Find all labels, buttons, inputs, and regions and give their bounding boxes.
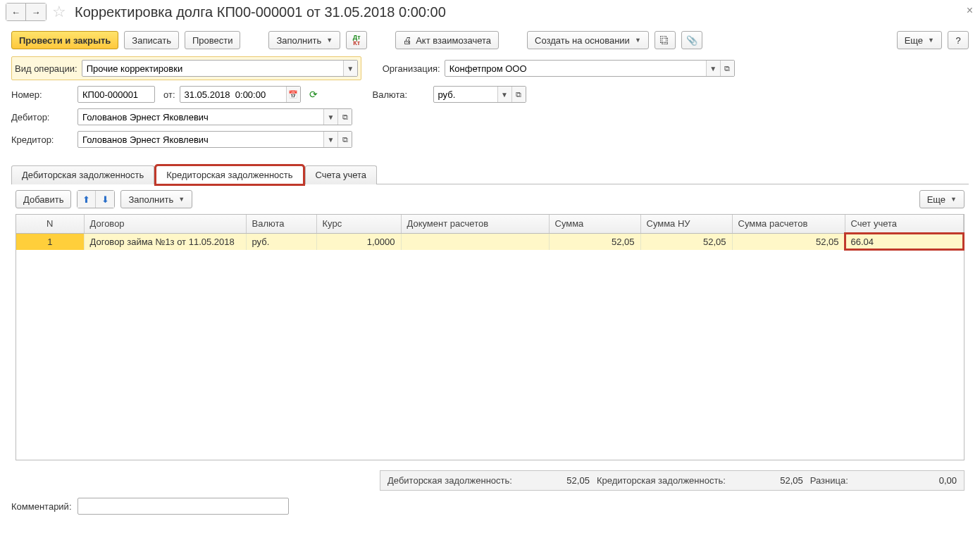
close-icon[interactable]: × [967, 4, 973, 17]
col-sum-nu[interactable]: Сумма НУ [640, 215, 732, 233]
summary-diff-value: 0,00 [914, 475, 957, 486]
structure-icon [660, 35, 669, 46]
print-offset-act-button[interactable]: Акт взаимозачета [395, 31, 499, 49]
cell-sum-calc[interactable]: 52,05 [732, 233, 845, 250]
comment-input[interactable] [77, 498, 289, 515]
grid-more-button[interactable]: Еще▼ [919, 190, 965, 208]
summary-bar: Дебиторская задолженность: 52,05 Кредито… [15, 470, 965, 491]
open-icon[interactable] [720, 61, 734, 76]
favorite-star-icon[interactable]: ☆ [52, 3, 66, 21]
nav-back-button[interactable]: ← [6, 4, 26, 20]
move-row-group: ⬆ ⬇ [77, 190, 115, 208]
chevron-down-icon[interactable]: ▼ [323, 132, 337, 147]
summary-box: Дебиторская задолженность: 52,05 Кредито… [380, 470, 965, 491]
help-button[interactable]: ? [948, 31, 969, 49]
currency-label: Валюта: [373, 89, 429, 100]
comment-row: Комментарий: [0, 491, 980, 522]
number-input[interactable] [78, 87, 154, 102]
number-label: Номер: [11, 89, 73, 100]
chevron-down-icon[interactable]: ▼ [343, 61, 357, 76]
cell-contract[interactable]: Договор займа №1з от 11.05.2018 [84, 233, 246, 250]
attachments-button[interactable] [681, 31, 702, 49]
currency-input[interactable] [434, 87, 497, 102]
open-icon[interactable] [337, 109, 352, 125]
date-label: от: [163, 89, 175, 100]
create-based-on-button[interactable]: Создать на основании▼ [527, 31, 649, 49]
open-icon[interactable] [511, 87, 526, 102]
organization-label: Организация: [383, 63, 440, 74]
debtor-combo[interactable]: ▼ [77, 108, 352, 125]
dtkt-button[interactable]: ДтКт [346, 31, 367, 49]
nav-forward-button[interactable]: → [26, 4, 46, 20]
move-up-button[interactable]: ⬆ [77, 191, 96, 208]
chevron-down-icon[interactable]: ▼ [497, 87, 511, 102]
cell-sum-nu[interactable]: 52,05 [640, 233, 732, 250]
operation-type-combo[interactable]: ▼ [82, 60, 358, 77]
table-row[interactable]: 1 Договор займа №1з от 11.05.2018 руб. 1… [16, 233, 964, 250]
window-header: ← → ☆ Корректировка долга КП00-000001 от… [0, 0, 980, 27]
print-icon [403, 35, 412, 46]
grid-toolbar: Добавить ⬆ ⬇ Заполнить▼ Еще▼ [0, 184, 980, 214]
creditor-combo[interactable]: ▼ [77, 131, 352, 148]
dtkt-icon: ДтКт [353, 34, 361, 46]
cell-currency[interactable]: руб. [246, 233, 316, 250]
save-button[interactable]: Записать [124, 31, 179, 49]
nav-buttons: ← → [6, 3, 46, 21]
operation-type-label: Вид операции: [15, 63, 77, 74]
form-area: Вид операции: ▼ Организация: ▼ Номер: от… [0, 54, 980, 161]
summary-debit-value: 52,05 [519, 475, 590, 486]
grid-header-row: N Договор Валюта Курс Документ расчетов … [16, 215, 964, 233]
col-currency[interactable]: Валюта [246, 215, 316, 233]
comment-label: Комментарий: [11, 501, 72, 512]
grid: N Договор Валюта Курс Документ расчетов … [15, 214, 965, 460]
chevron-down-icon[interactable]: ▼ [706, 61, 720, 76]
creditor-input[interactable] [78, 132, 323, 147]
cell-doc[interactable] [401, 233, 549, 250]
number-field[interactable] [77, 86, 155, 103]
summary-debit-label: Дебиторская задолженность: [387, 475, 512, 486]
col-n[interactable]: N [16, 215, 84, 233]
col-doc[interactable]: Документ расчетов [401, 215, 549, 233]
col-contract[interactable]: Договор [84, 215, 246, 233]
add-row-button[interactable]: Добавить [15, 190, 71, 208]
organization-input[interactable] [445, 61, 706, 76]
debtor-label: Дебитор: [11, 112, 73, 122]
open-icon[interactable] [337, 132, 352, 147]
calendar-icon[interactable] [286, 87, 300, 102]
paperclip-icon [686, 35, 697, 46]
post-button[interactable]: Провести [185, 31, 241, 49]
tab-debtor[interactable]: Дебиторская задолженность [11, 165, 154, 184]
col-sum-calc[interactable]: Сумма расчетов [732, 215, 845, 233]
date-field[interactable] [180, 86, 301, 103]
tab-creditor[interactable]: Кредиторская задолженность [156, 165, 303, 184]
post-and-close-button[interactable]: Провести и закрыть [11, 31, 118, 49]
refresh-icon[interactable]: ⟳ [309, 89, 318, 100]
creditor-label: Кредитор: [11, 134, 73, 145]
page-title: Корректировка долга КП00-000001 от 31.05… [75, 4, 446, 20]
more-button[interactable]: Еще▼ [897, 31, 942, 49]
cell-rate[interactable]: 1,0000 [316, 233, 401, 250]
fill-button[interactable]: Заполнить▼ [268, 31, 340, 49]
chevron-down-icon[interactable]: ▼ [323, 109, 337, 125]
tab-bar: Дебиторская задолженность Кредиторская з… [11, 165, 969, 184]
main-toolbar: Провести и закрыть Записать Провести Зап… [0, 27, 980, 54]
cell-account[interactable]: 66.04 [845, 233, 964, 250]
col-account[interactable]: Счет учета [845, 215, 964, 233]
summary-diff-label: Разница: [810, 475, 848, 486]
date-input[interactable] [180, 87, 286, 102]
grid-fill-button[interactable]: Заполнить▼ [120, 190, 192, 208]
cell-n[interactable]: 1 [16, 233, 84, 250]
operation-type-input[interactable] [82, 61, 343, 76]
structure-button[interactable] [655, 31, 676, 49]
col-rate[interactable]: Курс [316, 215, 401, 233]
currency-combo[interactable]: ▼ [433, 86, 526, 103]
summary-credit-value: 52,05 [733, 475, 803, 486]
cell-sum[interactable]: 52,05 [549, 233, 640, 250]
col-sum[interactable]: Сумма [549, 215, 640, 233]
organization-combo[interactable]: ▼ [445, 60, 735, 77]
summary-credit-label: Кредиторская задолженность: [597, 475, 726, 486]
tab-accounts[interactable]: Счета учета [305, 165, 378, 184]
debtor-input[interactable] [78, 109, 323, 125]
move-down-button[interactable]: ⬇ [96, 191, 114, 208]
